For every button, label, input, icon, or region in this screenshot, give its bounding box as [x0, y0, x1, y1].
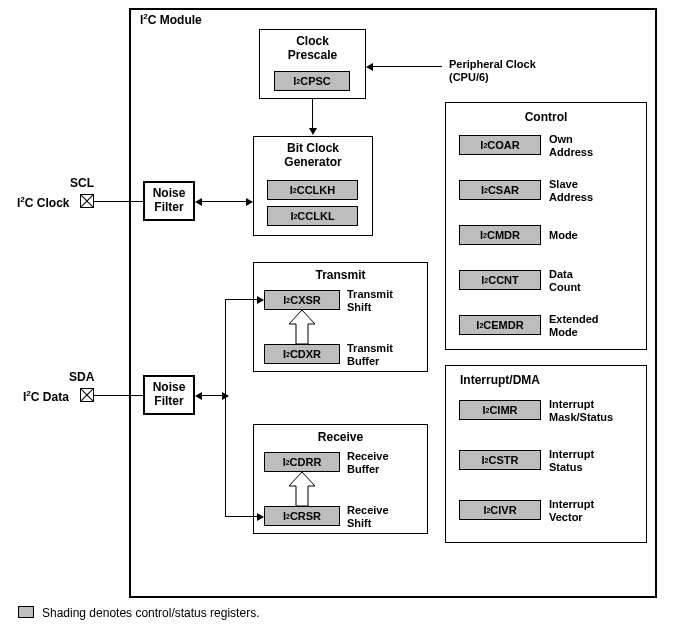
- label-i2cdrr: Receive Buffer: [347, 450, 389, 475]
- reg-i2crsr: I2CRSR: [264, 506, 340, 526]
- reg-i2cdrr: I2CDRR: [264, 452, 340, 472]
- block-control-title: Control: [446, 111, 646, 125]
- arrow-filter-to-bcg-l: [195, 198, 202, 206]
- arrow-filter-to-bcg-r: [246, 198, 253, 206]
- sda-desc: I2C Data: [23, 389, 69, 405]
- noise-filter-scl: NoiseFilter: [143, 181, 195, 221]
- legend-text: Shading denotes control/status registers…: [42, 606, 259, 620]
- reg-i2cimr: I2CIMR: [459, 400, 541, 420]
- reg-i2cmdr: I2CMDR: [459, 225, 541, 245]
- label-i2cstr: Interrupt Status: [549, 448, 594, 473]
- label-i2cimr: Interrupt Mask/Status: [549, 398, 613, 423]
- line-sda-vertical: [225, 299, 226, 517]
- line-filter-to-bcg: [202, 201, 246, 202]
- port-scl: [80, 194, 94, 208]
- scl-desc: I2C Clock: [17, 195, 69, 211]
- reg-i2cstr: I2CSTR: [459, 450, 541, 470]
- reg-i2civr: I2CIVR: [459, 500, 541, 520]
- label-i2coar: Own Address: [549, 133, 593, 158]
- sda-label: SDA: [69, 371, 94, 385]
- arrow-prescale-to-bcg-line: [312, 99, 313, 129]
- label-i2cmdr: Mode: [549, 229, 578, 242]
- peripheral-clock-label: Peripheral Clock (CPU/6): [449, 58, 536, 83]
- line-to-xsr: [225, 299, 257, 300]
- reg-i2ccnt: I2CCNT: [459, 270, 541, 290]
- noise-filter-scl-label: NoiseFilter: [153, 187, 186, 215]
- reg-i2cxsr: I2CXSR: [264, 290, 340, 310]
- reg-i2cemdr: I2CEMDR: [459, 315, 541, 335]
- line-scl-to-filter: [94, 201, 143, 202]
- label-i2civr: Interrupt Vector: [549, 498, 594, 523]
- block-bcg-title: Bit ClockGenerator: [254, 142, 372, 170]
- arrow-to-rsr: [257, 513, 264, 521]
- reg-i2cclkh: I2CCLKH: [267, 180, 358, 200]
- line-sda-to-filter: [94, 395, 143, 396]
- block-transmit-title: Transmit: [254, 269, 427, 283]
- line-to-rsr: [225, 516, 257, 517]
- arrow-prescale-to-bcg-head: [309, 128, 317, 135]
- svg-marker-1: [289, 472, 315, 506]
- reg-i2csar: I2CSAR: [459, 180, 541, 200]
- arrow-to-xsr: [257, 296, 264, 304]
- label-i2ccnt: Data Count: [549, 268, 581, 293]
- module-title: I2C Module: [140, 12, 202, 27]
- noise-filter-sda-label: NoiseFilter: [153, 381, 186, 409]
- arrow-peripheral-clock-head: [366, 63, 373, 71]
- scl-label: SCL: [70, 177, 94, 191]
- arrow-peripheral-clock-line: [372, 66, 442, 67]
- port-sda: [80, 388, 94, 402]
- label-i2cdxr: Transmit Buffer: [347, 342, 393, 367]
- block-interrupt-dma-title: Interrupt/DMA: [460, 374, 540, 388]
- diagram-canvas: I2C Module Peripheral Clock (CPU/6) Cloc…: [0, 0, 675, 628]
- big-arrow-dxr-to-xsr: [285, 310, 319, 344]
- label-i2cxsr: Transmit Shift: [347, 288, 393, 313]
- arrow-filter-sda-l: [195, 392, 202, 400]
- svg-marker-0: [289, 310, 315, 344]
- block-clock-prescale-title: ClockPrescale: [260, 35, 365, 63]
- reg-i2coar: I2COAR: [459, 135, 541, 155]
- legend-swatch: [18, 606, 34, 618]
- reg-i2cclkl: I2CCLKL: [267, 206, 358, 226]
- reg-i2cdxr: I2CDXR: [264, 344, 340, 364]
- big-arrow-rsr-to-drr: [285, 472, 319, 506]
- label-i2crsr: Receive Shift: [347, 504, 389, 529]
- noise-filter-sda: NoiseFilter: [143, 375, 195, 415]
- label-i2csar: Slave Address: [549, 178, 593, 203]
- block-receive-title: Receive: [254, 431, 427, 445]
- reg-i2cpsc: I2CPSC: [274, 71, 350, 91]
- label-i2cemdr: Extended Mode: [549, 313, 599, 338]
